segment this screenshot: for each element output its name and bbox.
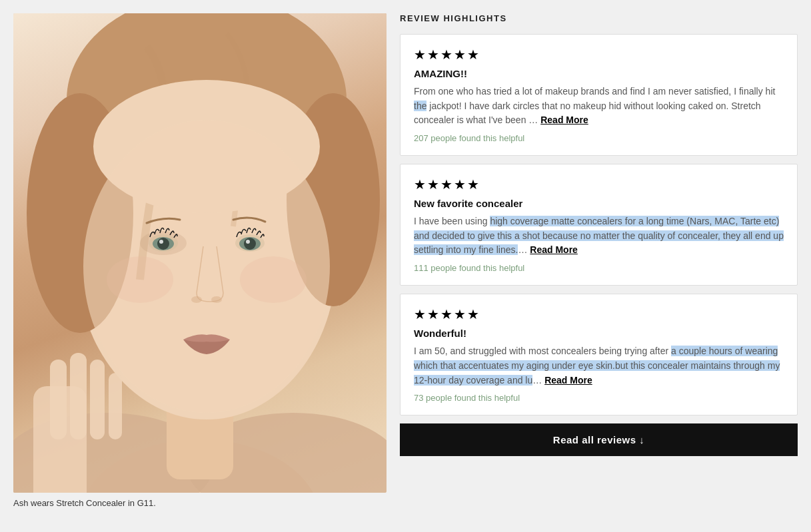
helpful-3: 73 people found this helpful <box>414 393 784 403</box>
svg-point-10 <box>107 256 173 303</box>
svg-rect-25 <box>70 353 87 439</box>
review-title-1: AMAZING!! <box>414 68 784 79</box>
read-more-1[interactable]: Read More <box>540 115 588 125</box>
review-card-1: ★★★★★ AMAZING!! From one who has tried a… <box>400 34 798 156</box>
review-title-2: New favorite concealer <box>414 198 784 209</box>
helpful-1: 207 people found this helpful <box>414 133 784 143</box>
image-caption: Ash wears Stretch Concealer in G11. <box>13 498 387 508</box>
svg-point-11 <box>240 256 307 303</box>
svg-point-15 <box>157 238 169 250</box>
svg-point-19 <box>244 238 256 250</box>
helpful-2: 111 people found this helpful <box>414 263 784 273</box>
svg-point-20 <box>246 240 250 244</box>
read-more-3[interactable]: Read More <box>544 375 592 386</box>
left-panel: Ash wears Stretch Concealer in G11. <box>13 13 387 519</box>
read-all-button[interactable]: Read all reviews ↓ <box>400 423 798 456</box>
review-body-3: I am 50, and struggled with most conceal… <box>414 344 784 388</box>
review-card-2: ★★★★★ New favorite concealer I have been… <box>400 164 798 286</box>
stars-3: ★★★★★ <box>414 306 784 322</box>
page-container: Ash wears Stretch Concealer in G11. REVI… <box>0 0 811 532</box>
svg-rect-24 <box>50 360 67 439</box>
product-image <box>13 13 387 493</box>
svg-point-22 <box>211 296 222 303</box>
svg-rect-27 <box>109 373 122 439</box>
section-title: REVIEW HIGHLIGHTS <box>400 13 798 23</box>
stars-1: ★★★★★ <box>414 47 784 63</box>
review-card-3: ★★★★★ Wonderful! I am 50, and struggled … <box>400 294 798 415</box>
review-title-3: Wonderful! <box>414 328 784 339</box>
svg-point-16 <box>159 240 163 244</box>
svg-rect-26 <box>90 360 105 439</box>
stars-2: ★★★★★ <box>414 176 784 192</box>
svg-point-21 <box>191 296 202 303</box>
review-body-2: I have been using high coverage matte co… <box>414 214 784 258</box>
right-panel: REVIEW HIGHLIGHTS ★★★★★ AMAZING!! From o… <box>400 13 798 519</box>
read-more-2[interactable]: Read More <box>530 244 578 255</box>
review-body-1: From one who has tried a lot of makeup b… <box>414 85 784 128</box>
